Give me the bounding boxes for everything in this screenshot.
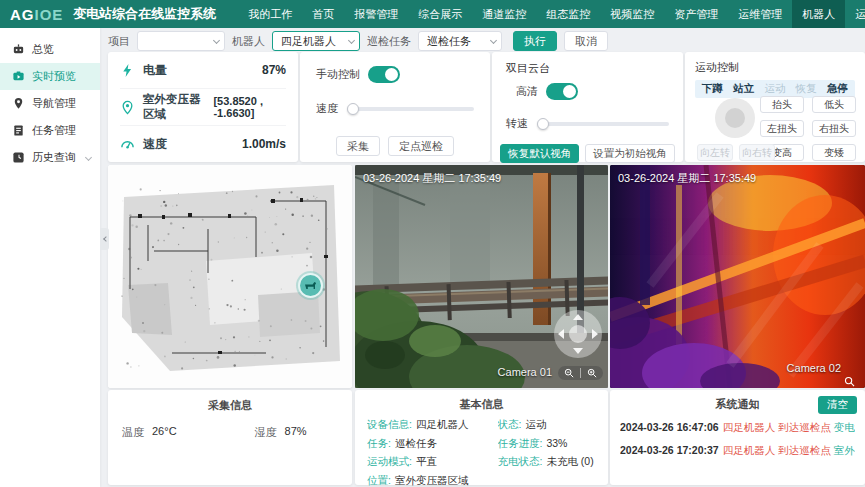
camera-2-image — [610, 165, 865, 388]
ptz-down-arrow-icon[interactable] — [573, 348, 583, 354]
tab-crouch[interactable]: 下蹲 — [702, 82, 723, 96]
nav-video-monitor[interactable]: 视频监控 — [600, 0, 664, 28]
app-logo: AGIOE — [10, 6, 63, 23]
progress-info: 任务进度:33% — [498, 437, 596, 451]
ptz-right-arrow-icon[interactable] — [592, 329, 598, 339]
robot-select[interactable]: 四足机器人 — [272, 31, 360, 51]
tab-emergency-stop[interactable]: 急停 — [827, 82, 848, 96]
nav-channel-monitor[interactable]: 通道监控 — [472, 0, 536, 28]
turn-head-left-button[interactable]: 左扭头 — [760, 120, 804, 137]
clear-notifications-button[interactable]: 清空 — [818, 396, 857, 414]
divider — [580, 368, 581, 378]
cancel-button[interactable]: 取消 — [564, 31, 608, 51]
status-label: 状态: — [498, 418, 522, 430]
nav-ops-mgmt[interactable]: 运维管理 — [728, 0, 792, 28]
robot-overview-icon — [12, 43, 25, 56]
camera-1-label: Camera 01 — [498, 366, 552, 378]
notification-action: 到达巡检点 — [778, 444, 831, 456]
nav-dashboard[interactable]: 综合展示 — [408, 0, 472, 28]
sidebar-item-realtime-preview[interactable]: 实时预览 — [0, 63, 100, 90]
device-info: 设备信息:四足机器人 — [367, 418, 498, 432]
reset-view-button[interactable]: 恢复默认视角 — [500, 144, 579, 163]
height-down-button[interactable]: 变矮 — [812, 144, 856, 161]
nav-alarm-mgmt[interactable]: 报警管理 — [344, 0, 408, 28]
robot-status-card: 电量 87% 室外变压器区域 [53.8520 , -1.6630] 速度 1.… — [108, 52, 298, 162]
patrol-task-label: 巡检任务 — [367, 34, 411, 49]
ptz-up-arrow-icon[interactable] — [573, 314, 583, 320]
position-info: 位置:室外变压器区域 — [367, 474, 498, 487]
system-notification-card: 系统通知 清空 2024-03-26 16:47:06四足机器人到达巡检点变电站… — [610, 390, 865, 485]
location-pin-icon — [12, 97, 25, 110]
gimbal-speed-slider[interactable] — [538, 122, 669, 126]
joystick[interactable] — [715, 98, 755, 138]
gimbal-speed-label: 转速 — [506, 116, 528, 131]
nav-asset-mgmt[interactable]: 资产管理 — [664, 0, 728, 28]
status-value: 运动 — [525, 418, 546, 430]
nav-home[interactable]: 首页 — [302, 0, 344, 28]
location-pin-icon — [120, 100, 135, 115]
device-value: 四足机器人 — [416, 418, 469, 430]
sidebar-item-label: 历史查询 — [32, 150, 76, 165]
hd-toggle[interactable] — [546, 83, 578, 100]
patrol-task-select[interactable]: 巡检任务 — [418, 31, 502, 51]
charge-value: 未充电 (0) — [546, 455, 593, 467]
slam-map-panel[interactable] — [108, 165, 352, 388]
task-list-icon — [12, 124, 25, 137]
sidebar-item-label: 导航管理 — [32, 96, 76, 111]
head-down-button[interactable]: 低头 — [812, 96, 856, 113]
nav-my-work[interactable]: 我的工作 — [238, 0, 302, 28]
ptz-left-arrow-icon[interactable] — [558, 329, 564, 339]
zoom-out-icon[interactable] — [564, 368, 574, 378]
robot-dog-icon — [304, 280, 318, 291]
status-info: 状态:运动 — [498, 418, 596, 432]
camera-2-timestamp: 03-26-2024 星期二 17:35:49 — [618, 171, 756, 186]
turn-head-right-button[interactable]: 右扭头 — [812, 120, 856, 137]
ptz-control[interactable] — [554, 310, 602, 358]
gimbal-speed-slider-knob[interactable] — [537, 118, 549, 130]
set-initial-view-button[interactable]: 设置为初始视角 — [585, 144, 675, 163]
nav-scada-monitor[interactable]: 组态监控 — [536, 0, 600, 28]
hd-label: 高清 — [516, 84, 538, 99]
sidebar-item-overview[interactable]: 总览 — [0, 36, 100, 63]
humidity-value: 87% — [285, 425, 307, 440]
notification-item: 2024-03-26 17:20:37四足机器人到达巡检点室外变压器区域 — [620, 444, 855, 458]
speed-slider-label: 速度 — [316, 101, 338, 116]
motion-mode-value: 平直 — [416, 455, 437, 467]
notification-time: 2024-03-26 16:47:06 — [620, 421, 719, 433]
basic-info-card: 基本信息 设备信息:四足机器人 状态:运动 任务:巡检任务 任务进度:33% 运… — [355, 390, 608, 485]
logo-right: IOE — [35, 6, 64, 23]
humidity-item: 湿度 87% — [255, 425, 307, 440]
notification-item: 2024-03-26 16:47:06四足机器人到达巡检点变电站一楼室内东北角 — [620, 421, 855, 435]
manual-control-toggle[interactable] — [368, 66, 400, 83]
head-up-button[interactable]: 抬头 — [760, 96, 804, 113]
speed-row: 速度 1.00m/s — [120, 125, 286, 162]
project-select[interactable] — [137, 31, 225, 51]
sidebar-item-navigation-mgmt[interactable]: 导航管理 — [0, 90, 100, 117]
rotate-left-button: 向左转 — [697, 144, 733, 161]
project-label: 项目 — [108, 34, 130, 49]
speed-slider[interactable] — [348, 107, 474, 111]
temperature-value: 26°C — [152, 425, 177, 440]
sidebar-item-history-query[interactable]: 历史查询 — [0, 144, 100, 171]
camera-1-zoom-controls[interactable] — [558, 366, 603, 380]
history-icon — [12, 151, 25, 164]
zoom-in-icon[interactable] — [844, 376, 855, 387]
point-patrol-button[interactable]: 定点巡检 — [388, 136, 454, 156]
nav-robot[interactable]: 机器人 — [792, 0, 845, 28]
tab-recover: 恢复 — [796, 82, 817, 96]
execute-button[interactable]: 执行 — [513, 31, 557, 51]
sidebar-item-task-mgmt[interactable]: 任务管理 — [0, 117, 100, 144]
speed-slider-knob[interactable] — [347, 103, 359, 115]
speed-value: 1.00m/s — [242, 137, 286, 151]
monitor-icon — [12, 70, 25, 83]
collect-button[interactable]: 采集 — [336, 136, 380, 156]
robot-position-marker[interactable] — [298, 273, 323, 298]
tab-stand[interactable]: 站立 — [733, 82, 754, 96]
speedometer-icon — [120, 137, 135, 152]
sidebar-collapse-handle[interactable] — [100, 228, 109, 250]
location-row: 室外变压器区域 [53.8520 , -1.6630] — [120, 88, 286, 125]
camera-2-zoom-controls[interactable] — [838, 374, 861, 388]
zoom-in-icon[interactable] — [587, 368, 597, 378]
nav-operation-mgmt[interactable]: 运营管理 — [845, 0, 865, 28]
robot-label: 机器人 — [232, 34, 265, 49]
